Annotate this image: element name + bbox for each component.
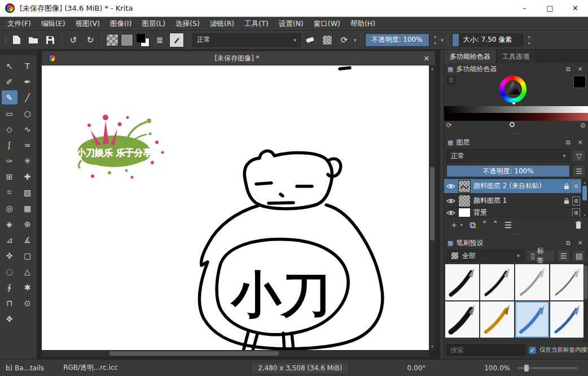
opacity-slider[interactable]: 不透明度: 100% xyxy=(365,33,429,47)
scrollbar-thumb[interactable] xyxy=(109,351,279,356)
polygon-select-tool[interactable]: △ xyxy=(20,264,36,278)
hue-ring-selector[interactable] xyxy=(499,76,526,103)
fill-tool[interactable]: ◈ xyxy=(2,217,17,231)
no-color-icon[interactable]: ⊘ xyxy=(580,121,586,129)
multibrush-tool[interactable]: ✳ xyxy=(20,154,36,168)
scrollbar-thumb[interactable] xyxy=(430,167,435,241)
freehand-brush-tool[interactable]: ✎ xyxy=(2,90,17,104)
freehand-path-tool[interactable]: ≈ xyxy=(20,138,36,152)
lock-icon[interactable] xyxy=(564,183,569,190)
text-tool[interactable]: T xyxy=(20,59,36,73)
preset-grid-scrollbar[interactable] xyxy=(583,263,588,342)
add-layer-caret-icon[interactable]: ▾ xyxy=(460,222,463,228)
layer-blend-mode-select[interactable]: 正常 ▾ xyxy=(446,149,570,163)
close-docker-icon[interactable]: ✕ xyxy=(576,65,585,73)
reference-images-tool[interactable]: ✜ xyxy=(2,248,17,263)
crop-tool[interactable]: ⌗ xyxy=(2,185,17,199)
document-tabbar[interactable]: [未保存图像] * ✕ xyxy=(42,51,436,65)
document-close-icon[interactable]: ✕ xyxy=(418,54,435,63)
assistants-tool[interactable]: ⊿ xyxy=(2,233,17,247)
delete-layer-button[interactable] xyxy=(574,221,582,229)
scope-checkbox[interactable]: ✓ xyxy=(529,347,536,354)
ellipse-tool[interactable]: ○ xyxy=(20,106,36,120)
docker-splitter[interactable]: ······ xyxy=(444,233,588,237)
color-sampler-tool[interactable]: ◎ xyxy=(2,201,17,215)
menu-settings[interactable]: 设置(N) xyxy=(274,17,309,30)
add-layer-button[interactable]: ＋ xyxy=(450,220,458,230)
similar-select-tool[interactable]: ✱ xyxy=(20,280,36,294)
tags-button[interactable]: ▯ 标签 xyxy=(526,250,555,262)
spin-down-icon[interactable]: ▾ xyxy=(525,40,533,47)
bezier-curve-tool[interactable]: ʃ xyxy=(2,138,17,152)
brush-preset[interactable] xyxy=(445,301,479,338)
scrollbar-thumb[interactable] xyxy=(582,186,587,200)
layer-properties-button[interactable]: ☰ xyxy=(504,220,512,230)
move-layer-down-button[interactable]: ˅ xyxy=(482,220,487,230)
brush-preset[interactable] xyxy=(515,264,549,300)
value-gradient-strip[interactable] xyxy=(444,106,588,113)
menu-layer[interactable]: 图层(L) xyxy=(137,17,170,30)
layer-filter-button[interactable]: ▽ xyxy=(572,150,586,162)
preset-search-input[interactable] xyxy=(446,344,525,356)
statusbar-canvas-size-button[interactable]: 2,480 x 3,508 (34.6 MiB) xyxy=(251,362,349,374)
move-tool[interactable]: ✚ xyxy=(20,169,36,183)
pattern-edit-tool[interactable]: ▦ xyxy=(20,201,36,215)
toolbar-grip[interactable]: ⋮ xyxy=(2,36,7,44)
pan-tool[interactable]: ✥ xyxy=(2,312,17,326)
enclose-fill-tool[interactable]: ⊛ xyxy=(20,217,36,231)
fg-bg-color-widget[interactable] xyxy=(135,33,150,47)
scroll-down-icon[interactable]: ▾ xyxy=(581,212,588,217)
menu-help[interactable]: 帮助(H) xyxy=(345,17,380,30)
zoom-tool[interactable]: ⊙ xyxy=(20,296,36,310)
new-document-button[interactable] xyxy=(9,33,24,47)
float-docker-icon[interactable]: ⧉ xyxy=(564,239,573,247)
move-layer-up-button[interactable]: ˄ xyxy=(493,220,498,230)
canvas-vertical-scrollbar[interactable]: ▴ ▾ xyxy=(429,65,436,350)
toolbox-header[interactable] xyxy=(0,50,36,55)
duplicate-layer-button[interactable]: ⧉ xyxy=(469,220,476,230)
brush-size-slider[interactable]: 大小: 7.50 像素 xyxy=(452,33,523,47)
preset-display-menu-button[interactable]: ☰ xyxy=(557,250,571,262)
blend-mode-select[interactable]: 正常 ▾ xyxy=(192,33,301,47)
alpha-lock-icon[interactable]: α xyxy=(572,208,580,217)
visibility-eye-icon[interactable] xyxy=(446,209,455,216)
layers-docker-header[interactable]: ▦ 图层 ⧉ ✕ xyxy=(444,137,588,148)
visibility-eye-icon[interactable] xyxy=(446,183,455,190)
dynamic-brush-tool[interactable]: ✑ xyxy=(2,154,17,168)
chevron-down-icon[interactable]: ▾ xyxy=(441,37,444,43)
menu-edit[interactable]: 编辑(E) xyxy=(36,17,71,30)
hue-handle[interactable] xyxy=(512,101,516,105)
tab-tool-options[interactable]: 工具选项 xyxy=(497,50,536,63)
brush-preset[interactable] xyxy=(550,264,584,300)
scroll-down-icon[interactable]: ▾ xyxy=(429,343,436,350)
layer-list-scrollbar[interactable]: ▴ ▾ xyxy=(581,179,588,217)
gradient-chooser[interactable] xyxy=(106,34,119,46)
alpha-lock-icon[interactable]: α xyxy=(572,182,580,191)
float-docker-icon[interactable]: ⧉ xyxy=(564,65,573,73)
gradient-editor-button[interactable]: ≣ xyxy=(152,33,167,47)
menu-filter[interactable]: 滤镜(R) xyxy=(205,17,239,30)
edit-shapes-tool[interactable]: ✐ xyxy=(2,75,17,89)
brush-preset[interactable] xyxy=(445,264,479,300)
gradient-tool[interactable]: ▧ xyxy=(20,185,36,199)
shade-handle[interactable] xyxy=(510,122,515,127)
scroll-up-icon[interactable]: ▴ xyxy=(429,65,436,72)
menu-view[interactable]: 视图(V) xyxy=(71,17,105,30)
brush-editor-button[interactable] xyxy=(169,33,184,47)
menu-tools[interactable]: 工具(T) xyxy=(239,17,273,30)
preset-tag-filter-select[interactable]: 全部 ▾ xyxy=(446,250,524,262)
rectangle-tool[interactable]: ▭ xyxy=(2,106,17,120)
docker-splitter[interactable]: ······ xyxy=(444,132,588,137)
undo-button[interactable]: ↺ xyxy=(66,33,81,47)
brush-preset[interactable] xyxy=(480,301,514,338)
selector-settings-icon[interactable]: ☰ xyxy=(446,76,455,85)
calligraphy-tool[interactable]: ✒ xyxy=(20,75,36,89)
menu-image[interactable]: 图像(I) xyxy=(105,17,137,30)
open-document-button[interactable] xyxy=(26,33,41,47)
maximize-button[interactable]: □ xyxy=(537,0,563,17)
preset-detail-view-button[interactable]: ▤ xyxy=(572,250,586,262)
zoom-slider[interactable] xyxy=(517,367,578,369)
float-docker-icon[interactable]: ⧉ xyxy=(564,139,573,146)
layer-opacity-slider[interactable]: 不透明度: 100% xyxy=(446,165,570,177)
scroll-up-icon[interactable]: ▴ xyxy=(581,179,588,185)
